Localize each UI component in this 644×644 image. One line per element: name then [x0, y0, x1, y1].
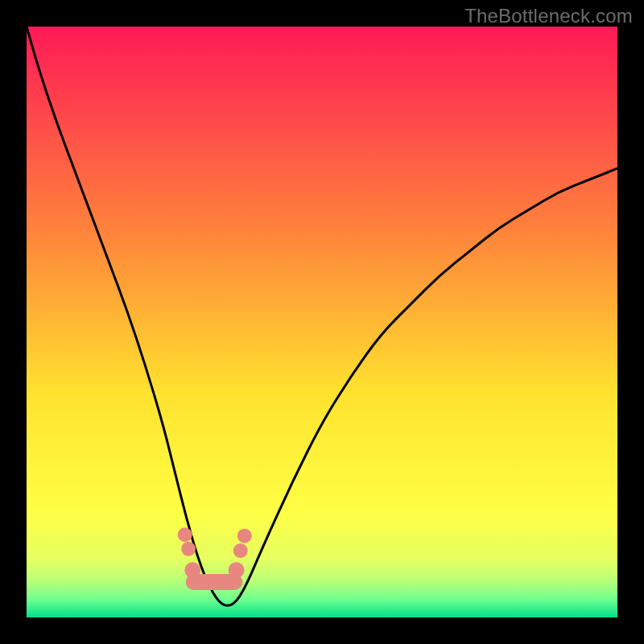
highlight-dot	[233, 543, 248, 558]
highlight-dot	[178, 527, 192, 542]
highlight-dot	[184, 562, 200, 578]
highlight-dot	[181, 542, 196, 556]
highlight-dot	[229, 562, 245, 578]
highlight-dot	[237, 529, 252, 543]
chart-container: TheBottleneck.com	[0, 0, 644, 644]
watermark-text: TheBottleneck.com	[464, 5, 633, 27]
bottleneck-chart	[0, 0, 644, 644]
plot-background	[27, 27, 617, 617]
